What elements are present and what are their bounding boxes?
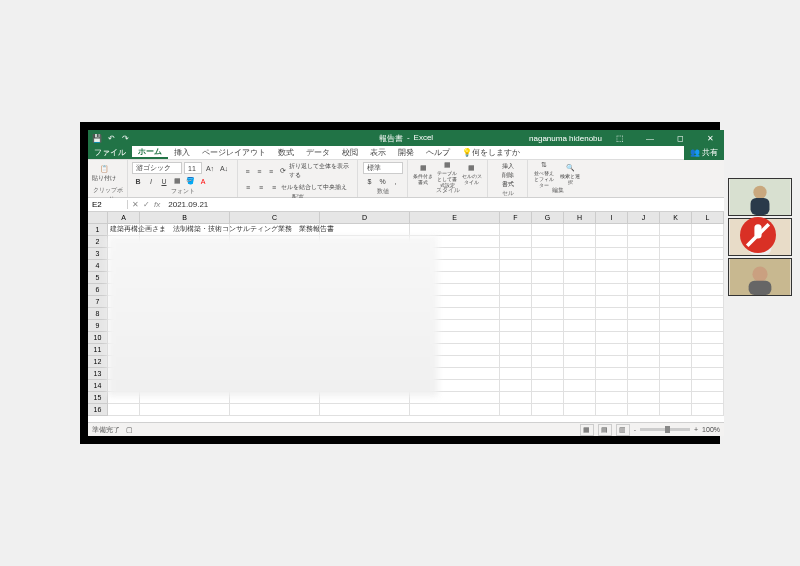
accept-formula-icon[interactable]: ✓: [143, 200, 150, 209]
cell[interactable]: [320, 248, 410, 260]
cell[interactable]: [500, 308, 532, 320]
table-format-button[interactable]: ▦テーブルとして書式設定: [436, 162, 458, 186]
cell[interactable]: [564, 224, 596, 236]
cell[interactable]: [230, 260, 320, 272]
row-header[interactable]: 15: [88, 392, 108, 404]
cell[interactable]: [140, 320, 230, 332]
row-header[interactable]: 4: [88, 260, 108, 272]
cell[interactable]: [140, 404, 230, 416]
cell[interactable]: [230, 236, 320, 248]
cell[interactable]: [230, 308, 320, 320]
cell[interactable]: [596, 344, 628, 356]
tab-file[interactable]: ファイル: [88, 146, 132, 159]
font-name-select[interactable]: 游ゴシック: [132, 162, 182, 174]
cell[interactable]: [660, 404, 692, 416]
underline-button[interactable]: U: [158, 175, 170, 187]
row-header[interactable]: 11: [88, 344, 108, 356]
formula-input[interactable]: 2021.09.21: [164, 200, 724, 209]
tab-view[interactable]: 表示: [364, 146, 392, 159]
cell[interactable]: [692, 272, 724, 284]
cell[interactable]: [660, 356, 692, 368]
cell[interactable]: [628, 224, 660, 236]
row-header[interactable]: 2: [88, 236, 108, 248]
row-header[interactable]: 1: [88, 224, 108, 236]
col-header[interactable]: A: [108, 212, 140, 224]
minimize-icon[interactable]: —: [638, 130, 662, 146]
cell[interactable]: [140, 368, 230, 380]
cell[interactable]: [140, 284, 230, 296]
cell[interactable]: [230, 380, 320, 392]
cell[interactable]: [532, 284, 564, 296]
cell[interactable]: [532, 344, 564, 356]
cell[interactable]: [410, 248, 500, 260]
cell[interactable]: [532, 320, 564, 332]
cell[interactable]: [500, 224, 532, 236]
table-row[interactable]: 14: [88, 380, 724, 392]
cell[interactable]: [628, 236, 660, 248]
cell[interactable]: [692, 380, 724, 392]
cell[interactable]: [564, 284, 596, 296]
tell-me-box[interactable]: 💡 何をしますか: [456, 146, 526, 159]
cell[interactable]: [660, 344, 692, 356]
cell[interactable]: [140, 392, 230, 404]
cell[interactable]: [500, 356, 532, 368]
cell[interactable]: [500, 248, 532, 260]
table-row[interactable]: 12: [88, 356, 724, 368]
cell[interactable]: [692, 320, 724, 332]
col-header[interactable]: C: [230, 212, 320, 224]
cell[interactable]: [660, 332, 692, 344]
cell[interactable]: [564, 236, 596, 248]
percent-icon[interactable]: %: [377, 175, 389, 187]
cell[interactable]: [500, 368, 532, 380]
cell[interactable]: [140, 308, 230, 320]
cell[interactable]: [564, 248, 596, 260]
rows[interactable]: 建築再構企画さま 法制構築・技術コンサルティング業務 業務報告書 1234567…: [88, 224, 724, 422]
close-icon[interactable]: ✕: [698, 130, 722, 146]
row-header[interactable]: 14: [88, 380, 108, 392]
col-header[interactable]: E: [410, 212, 500, 224]
cell[interactable]: [230, 332, 320, 344]
cell[interactable]: [500, 320, 532, 332]
table-row[interactable]: 6: [88, 284, 724, 296]
cell[interactable]: [230, 368, 320, 380]
cell[interactable]: [660, 248, 692, 260]
cell[interactable]: [410, 380, 500, 392]
tab-review[interactable]: 校閲: [336, 146, 364, 159]
cell[interactable]: [564, 308, 596, 320]
cell[interactable]: [410, 308, 500, 320]
cell[interactable]: [564, 380, 596, 392]
cell[interactable]: [320, 308, 410, 320]
cell[interactable]: [564, 392, 596, 404]
cell[interactable]: [532, 296, 564, 308]
cell[interactable]: [410, 320, 500, 332]
cell[interactable]: [628, 404, 660, 416]
cell[interactable]: [564, 260, 596, 272]
cell[interactable]: [564, 368, 596, 380]
cell[interactable]: [692, 344, 724, 356]
cell[interactable]: [596, 236, 628, 248]
align-left-icon[interactable]: ≡: [242, 181, 254, 193]
cell[interactable]: [532, 404, 564, 416]
cell[interactable]: [320, 356, 410, 368]
cell[interactable]: [500, 284, 532, 296]
cell[interactable]: [410, 272, 500, 284]
cell[interactable]: [660, 272, 692, 284]
cell[interactable]: [230, 320, 320, 332]
tab-home[interactable]: ホーム: [132, 146, 168, 159]
cell[interactable]: [596, 392, 628, 404]
cell[interactable]: [410, 224, 500, 236]
cell[interactable]: [596, 272, 628, 284]
cell[interactable]: [660, 260, 692, 272]
row-header[interactable]: 13: [88, 368, 108, 380]
col-header[interactable]: B: [140, 212, 230, 224]
cell[interactable]: [660, 224, 692, 236]
row-header[interactable]: 12: [88, 356, 108, 368]
cell[interactable]: [108, 296, 140, 308]
table-row[interactable]: 2: [88, 236, 724, 248]
col-header[interactable]: L: [692, 212, 724, 224]
table-row[interactable]: 8: [88, 308, 724, 320]
page-layout-view-icon[interactable]: ▤: [598, 424, 612, 436]
cell[interactable]: [108, 368, 140, 380]
row-header[interactable]: 7: [88, 296, 108, 308]
table-row[interactable]: 3: [88, 248, 724, 260]
